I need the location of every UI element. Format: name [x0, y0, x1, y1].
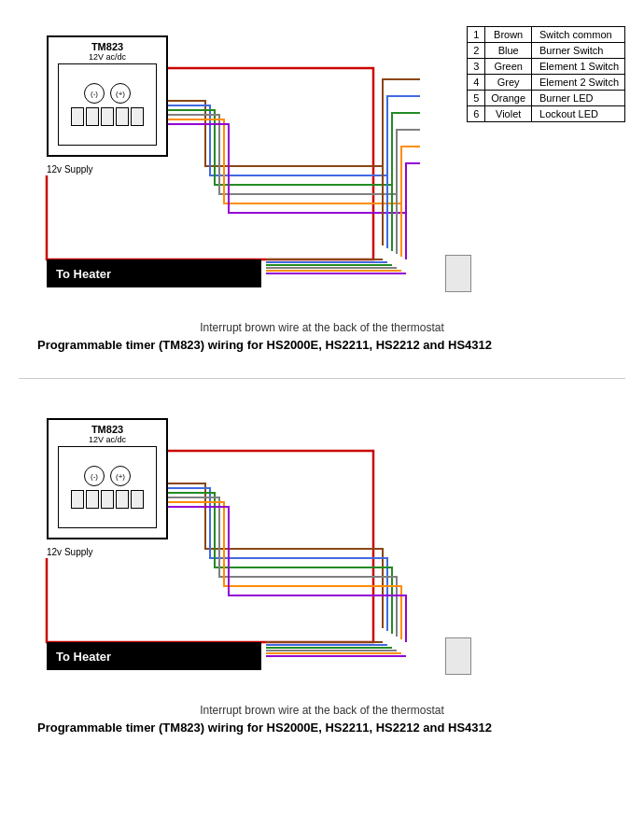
- heater-label-2: To Heater: [56, 650, 111, 664]
- connector-block-1: [445, 255, 471, 292]
- section-divider: [19, 378, 625, 379]
- diagram-section-2: TM823 12V ac/dc (-) (+): [0, 383, 644, 757]
- diagram-section-1: TM823 12V ac/dc (-) (+): [0, 0, 644, 374]
- title-1: Programmable timer (TM823) wiring for HS…: [37, 338, 625, 352]
- heater-bar-1: To Heater: [47, 259, 261, 287]
- caption-1: Interrupt brown wire at the back of the …: [19, 321, 625, 334]
- heater-label-1: To Heater: [56, 267, 111, 281]
- caption-2: Interrupt brown wire at the back of the …: [19, 704, 625, 717]
- connector-block-2: [445, 637, 471, 675]
- diagram-area-2: TM823 12V ac/dc (-) (+): [19, 399, 625, 698]
- diagram-area-1: TM823 12V ac/dc (-) (+): [19, 17, 625, 315]
- title-2: Programmable timer (TM823) wiring for HS…: [37, 721, 625, 735]
- heater-bar-2: To Heater: [47, 642, 261, 670]
